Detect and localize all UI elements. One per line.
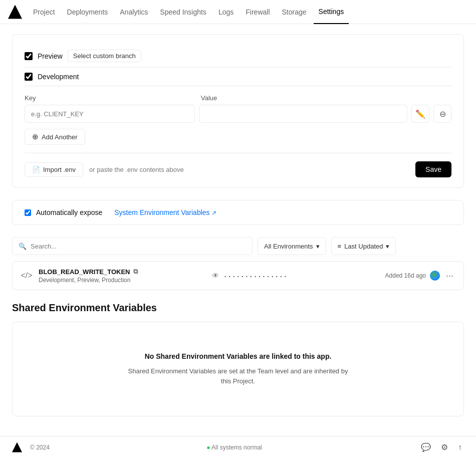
import-env-button[interactable]: 📄 Import .env [25, 162, 83, 177]
preview-checkbox-row: Preview Select custom branch [25, 45, 451, 68]
eye-icon[interactable]: 👁 [212, 272, 220, 280]
search-input[interactable] [31, 243, 246, 250]
sort-dropdown[interactable]: ≡ Last Updated ▾ [331, 237, 396, 255]
filter-row: 🔍 All Environments ▾ ≡ Last Updated ▾ [12, 237, 464, 255]
sort-dropdown-label: Last Updated [344, 243, 383, 250]
key-input[interactable] [25, 105, 195, 123]
bottom-bar: © 2024 ● All systems normal 💬 ⚙ ↑ [0, 436, 476, 458]
copy-icon[interactable]: ⧉ [133, 268, 138, 276]
preview-label: Preview [38, 52, 63, 60]
table-row: </> BLOB_READ_WRITE_TOKEN ⧉ Development,… [13, 262, 463, 290]
shared-env-empty-card: No Shared Environment Variables are link… [12, 322, 464, 416]
footer-status: ● All systems normal [206, 444, 262, 451]
auto-expose-checkbox[interactable] [25, 209, 31, 216]
nav-firewall[interactable]: Firewall [241, 0, 275, 24]
masked-dots: ··············· [224, 270, 288, 282]
add-another-label: Add Another [42, 133, 78, 141]
more-options-button[interactable]: ··· [444, 269, 455, 283]
auto-expose-card: Automatically expose System Environment … [12, 200, 464, 225]
kv-row: ✏️ ⊖ [25, 105, 451, 123]
help-icon-button[interactable]: ↑ [456, 441, 464, 454]
env-key-name: BLOB_READ_WRITE_TOKEN [39, 268, 130, 276]
env-added-time: Added 16d ago [385, 272, 426, 279]
footer-logo [12, 442, 22, 452]
kv-labels: Key Value [25, 94, 451, 102]
shared-empty-desc: Shared Environment Variables are set at … [25, 366, 451, 386]
search-icon: 🔍 [19, 243, 27, 250]
feedback-icon-button[interactable]: 💬 [419, 440, 433, 454]
file-icon: 📄 [32, 166, 40, 173]
minus-circle-icon: ⊖ [439, 109, 446, 119]
nav-speed-insights[interactable]: Speed Insights [155, 0, 211, 24]
env-row-info: BLOB_READ_WRITE_TOKEN ⧉ Development, Pre… [39, 268, 206, 284]
shared-env-heading: Shared Environment Variables [12, 302, 464, 314]
chevron-down-icon: ▾ [316, 243, 320, 250]
paste-hint: or paste the .env contents above [89, 166, 409, 173]
save-button[interactable]: Save [415, 161, 451, 177]
shared-env-section: Shared Environment Variables No Shared E… [12, 302, 464, 416]
env-form-card: Preview Select custom branch Development… [12, 34, 464, 188]
shared-empty-title: No Shared Environment Variables are link… [25, 352, 451, 360]
env-environments: Development, Preview, Production [39, 277, 206, 284]
settings-icon-button[interactable]: ⚙ [439, 440, 450, 454]
env-vars-table: </> BLOB_READ_WRITE_TOKEN ⧉ Development,… [12, 261, 464, 290]
top-nav: Project Deployments Analytics Speed Insi… [0, 0, 476, 24]
code-icon: </> [21, 271, 33, 280]
ellipsis-icon: ··· [446, 271, 453, 281]
env-meta: Added 16d ago ··· [385, 269, 455, 283]
key-label: Key [25, 94, 195, 102]
remove-icon-button[interactable]: ⊖ [433, 105, 451, 123]
nav-deployments[interactable]: Deployments [62, 0, 113, 24]
system-env-vars-label: System Environment Variables [114, 208, 209, 216]
nav-project[interactable]: Project [28, 0, 60, 24]
edit-icon-button[interactable]: ✏️ [411, 105, 429, 123]
environments-dropdown[interactable]: All Environments ▾ [258, 237, 326, 255]
value-input[interactable] [199, 105, 407, 123]
development-label: Development [38, 73, 79, 81]
chevron-down-icon-sort: ▾ [386, 243, 389, 250]
import-env-label: Import .env [43, 166, 76, 173]
preview-checkbox[interactable] [25, 52, 33, 60]
footer-copyright: © 2024 [30, 444, 50, 451]
development-checkbox[interactable] [25, 73, 33, 81]
development-checkbox-row: Development [25, 68, 451, 86]
value-label: Value [201, 94, 451, 102]
key-value-section: Key Value ✏️ ⊖ [25, 86, 451, 123]
pencil-icon: ✏️ [415, 109, 425, 119]
plus-circle-icon: ⊕ [32, 132, 39, 141]
nav-logs[interactable]: Logs [213, 0, 239, 24]
footer-right-icons: 💬 ⚙ ↑ [419, 440, 464, 454]
nav-analytics[interactable]: Analytics [115, 0, 153, 24]
select-branch-button[interactable]: Select custom branch [68, 50, 141, 62]
status-text: All systems normal [211, 444, 262, 451]
env-masked-value: 👁 ··············· [212, 270, 379, 282]
nav-settings[interactable]: Settings [314, 0, 349, 24]
env-key: BLOB_READ_WRITE_TOKEN ⧉ [39, 268, 206, 276]
search-box: 🔍 [12, 237, 253, 255]
auto-expose-prefix: Automatically expose [36, 208, 102, 216]
globe-icon [430, 271, 440, 281]
import-save-row: 📄 Import .env or paste the .env contents… [25, 153, 451, 177]
nav-storage[interactable]: Storage [277, 0, 312, 24]
system-env-vars-link[interactable]: System Environment Variables ↗ [114, 208, 216, 216]
add-another-button[interactable]: ⊕ Add Another [25, 129, 85, 145]
environments-dropdown-label: All Environments [264, 243, 313, 250]
vercel-logo [8, 5, 22, 19]
sort-icon: ≡ [338, 243, 342, 250]
external-link-icon: ↗ [211, 209, 216, 216]
